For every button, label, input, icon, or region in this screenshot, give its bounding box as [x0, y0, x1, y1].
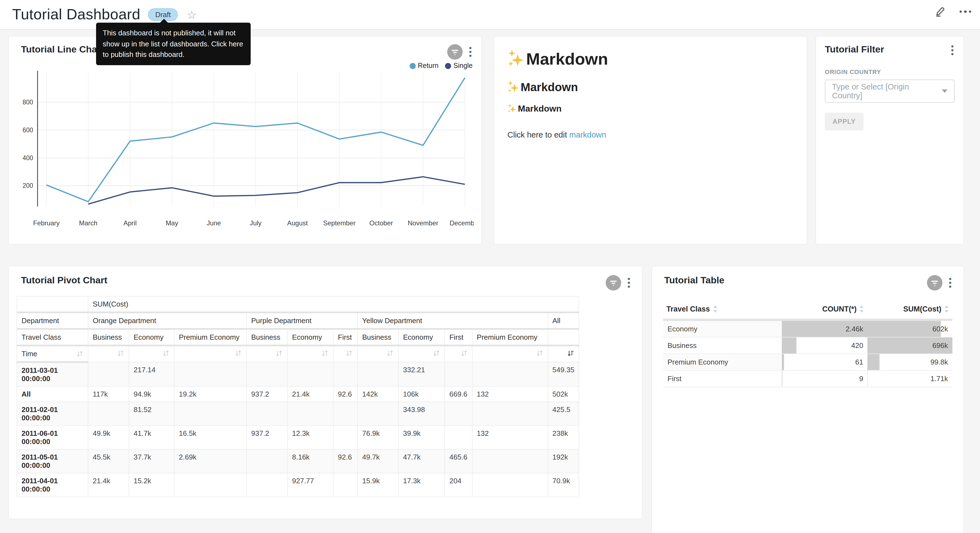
pivot-value-cell: 238k	[548, 426, 579, 449]
pivot-value-cell: 332.21	[398, 362, 445, 386]
favorite-star-icon[interactable]: ☆	[187, 9, 197, 20]
origin-country-select[interactable]: Type or Select [Origin Country]	[825, 80, 955, 103]
sort-icon[interactable]	[117, 349, 124, 357]
x-axis-label: December	[450, 219, 474, 227]
pivot-value-cell	[358, 362, 398, 386]
chart-menu-icon[interactable]	[468, 46, 473, 58]
pivot-value-cell: 937.2	[247, 426, 287, 449]
pivot-value-cell: 669.6	[445, 386, 472, 402]
pivot-value-cell	[472, 473, 548, 497]
pivot-time-axis: Time	[17, 345, 88, 362]
sort-icon[interactable]	[275, 349, 283, 357]
edit-pencil-icon[interactable]	[934, 6, 946, 18]
pivot-group-header: Yellow Department	[358, 312, 548, 329]
sort-icon[interactable]	[460, 349, 467, 357]
sort-icon[interactable]	[536, 349, 543, 357]
pivot-row-label: 2011-04-01 00:00:00	[17, 473, 88, 497]
pivot-value-cell: 465.6	[445, 449, 472, 473]
sparkles-icon	[508, 50, 525, 69]
sort-icon[interactable]	[345, 349, 353, 357]
y-axis-tick: 600	[23, 126, 33, 134]
filter-menu-icon[interactable]	[950, 44, 955, 56]
pivot-value-cell	[174, 402, 247, 426]
page-title: Tutorial Dashboard	[12, 6, 140, 23]
sort-icon[interactable]	[321, 349, 329, 357]
sort-icon[interactable]	[859, 306, 864, 314]
col-count[interactable]: COUNT(*)	[782, 300, 868, 320]
sort-icon[interactable]	[433, 349, 440, 357]
pivot-value-cell	[333, 362, 358, 386]
pivot-sort-cell	[247, 345, 287, 362]
sparkles-icon	[508, 81, 520, 94]
x-axis-label: June	[207, 219, 221, 227]
pivot-value-cell: 70.9k	[548, 473, 579, 497]
pivot-col-header: Premium Economy	[174, 329, 247, 345]
pivot-value-cell: 132	[472, 426, 548, 449]
pivot-sort-cell	[548, 345, 579, 362]
count-cell: 9	[782, 370, 868, 387]
sparkles-icon	[508, 104, 517, 114]
col-travel-class[interactable]: Travel Class	[663, 300, 782, 320]
pivot-sort-cell	[174, 345, 247, 362]
pivot-value-cell: 15.9k	[358, 473, 398, 497]
header-menu-icon[interactable]	[957, 8, 974, 15]
travel-class-cell: Economy	[663, 320, 782, 337]
chart-menu-icon[interactable]	[627, 277, 631, 289]
x-axis-label: August	[287, 219, 308, 227]
count-cell: 420	[782, 337, 868, 354]
table-row: Economy2.46k602k	[663, 320, 952, 337]
pivot-value-cell	[247, 473, 287, 497]
pivot-sort-cell	[88, 345, 129, 362]
pivot-sort-cell	[358, 345, 398, 362]
travel-class-cell: Premium Economy	[663, 354, 782, 370]
pivot-col-header: First	[445, 329, 472, 345]
sort-icon[interactable]	[76, 350, 83, 357]
table-header-row: Travel Class COUNT(*) SUM(Cost)	[663, 300, 952, 320]
pivot-value-cell: 81.52	[129, 402, 174, 426]
pivot-value-cell: 2.69k	[174, 449, 247, 473]
sort-icon[interactable]	[235, 349, 242, 357]
sort-icon[interactable]	[387, 349, 394, 357]
pivot-value-cell: 927.77	[287, 473, 333, 497]
sum-cost-cell: 602k	[868, 320, 952, 337]
pivot-value-cell: 8.16k	[287, 449, 333, 473]
filter-card-title: Tutorial Filter	[825, 44, 884, 55]
chart-menu-icon[interactable]	[948, 277, 952, 289]
filter-indicator-icon[interactable]	[447, 44, 463, 60]
pivot-sort-cell	[398, 345, 445, 362]
pivot-sort-cell	[287, 345, 333, 362]
sort-icon[interactable]	[944, 306, 949, 314]
travel-class-cell: Business	[663, 337, 782, 354]
apply-button[interactable]: APPLY	[825, 113, 864, 130]
series-line-single	[88, 177, 465, 204]
legend-dot	[445, 63, 451, 69]
pivot-row: All117k94.9k19.2k937.221.4k92.6142k106k6…	[17, 386, 579, 402]
legend-item-single[interactable]: Single	[445, 62, 473, 70]
pivot-col-header: Business	[88, 329, 129, 345]
pivot-row-label: 2011-03-01 00:00:00	[17, 362, 88, 386]
pivot-row: 2011-05-01 00:00:0045.5k37.7k2.69k8.16k9…	[17, 449, 579, 473]
pivot-value-cell: 549.35	[548, 362, 579, 386]
filter-indicator-icon[interactable]	[927, 275, 942, 290]
col-sum-cost[interactable]: SUM(Cost)	[868, 300, 952, 320]
pivot-value-cell: 106k	[398, 386, 445, 402]
pivot-time-label: Time	[22, 349, 37, 358]
pivot-value-cell	[472, 402, 548, 426]
sort-icon[interactable]	[713, 306, 718, 314]
markdown-paragraph: Click here to edit markdown	[508, 130, 793, 139]
table-row: Business420696k	[663, 337, 952, 354]
x-axis-label: February	[33, 219, 60, 227]
pivot-value-cell	[287, 402, 333, 426]
x-axis-label: September	[323, 219, 355, 227]
sort-desc-icon[interactable]	[567, 349, 574, 357]
markdown-edit-link[interactable]: markdown	[569, 130, 606, 139]
x-axis-label: April	[123, 219, 137, 227]
pivot-value-cell: 425.5	[548, 402, 579, 426]
sort-icon[interactable]	[162, 349, 170, 357]
pivot-value-cell: 204	[445, 473, 472, 497]
filter-indicator-icon[interactable]	[606, 275, 621, 290]
legend-item-return[interactable]: Return	[409, 62, 438, 70]
pivot-value-cell	[88, 362, 129, 386]
chevron-down-icon	[942, 89, 947, 93]
pivot-value-cell: 76.9k	[358, 426, 398, 449]
